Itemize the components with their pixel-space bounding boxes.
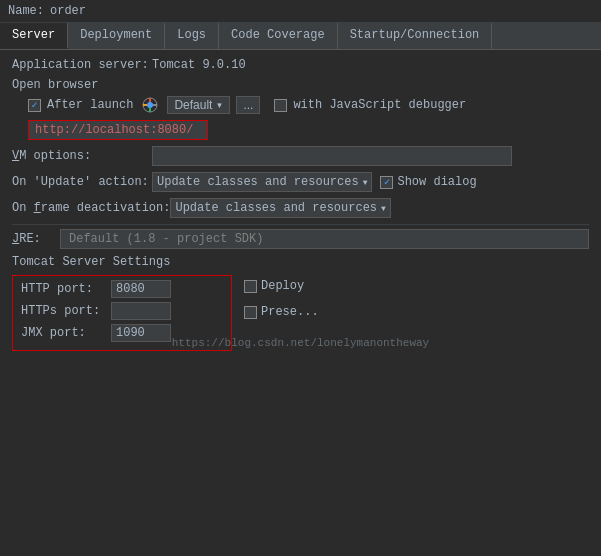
vm-options-label: VM options: bbox=[12, 149, 152, 163]
name-row: Name: order bbox=[0, 0, 601, 23]
dots-button[interactable]: ... bbox=[236, 96, 260, 114]
tomcat-settings-box: HTTP port: HTTPs port: JMX port: bbox=[12, 275, 232, 351]
application-server-label: Application server: bbox=[12, 58, 152, 72]
http-port-input[interactable] bbox=[111, 280, 171, 298]
jre-row: JRE: Default (1.8 - project SDK) bbox=[12, 229, 589, 249]
js-debugger-label: with JavaScript debugger bbox=[293, 98, 466, 112]
jre-value: Default (1.8 - project SDK) bbox=[60, 229, 589, 249]
tabs-row: Server Deployment Logs Code Coverage Sta… bbox=[0, 23, 601, 50]
right-checkboxes: Deploy Prese... bbox=[244, 279, 319, 351]
show-dialog-checkbox[interactable] bbox=[380, 176, 393, 189]
url-row bbox=[12, 120, 589, 140]
tab-server[interactable]: Server bbox=[0, 23, 68, 49]
on-frame-arrow-icon: ▼ bbox=[381, 204, 386, 213]
on-update-arrow-icon: ▼ bbox=[363, 178, 368, 187]
jmx-port-label: JMX port: bbox=[21, 326, 111, 340]
name-value: order bbox=[50, 4, 86, 18]
vm-options-row: VM options: bbox=[12, 146, 589, 166]
jre-label: JRE: bbox=[12, 232, 52, 246]
deploy-checkbox[interactable] bbox=[244, 280, 257, 293]
on-update-label: On 'Update' action: bbox=[12, 175, 152, 189]
tab-deployment[interactable]: Deployment bbox=[68, 23, 165, 49]
after-launch-row: After launch Default ▼ ... with JavaScri… bbox=[12, 96, 589, 114]
name-label: Name: bbox=[8, 4, 44, 18]
on-frame-label: On frame deactivation: bbox=[12, 201, 170, 215]
tomcat-settings-title: Tomcat Server Settings bbox=[12, 255, 589, 269]
jmx-port-input[interactable] bbox=[111, 324, 171, 342]
on-update-dropdown[interactable]: Update classes and resources ▼ bbox=[152, 172, 372, 192]
tab-startup-connection[interactable]: Startup/Connection bbox=[338, 23, 493, 49]
on-frame-dropdown[interactable]: Update classes and resources ▼ bbox=[170, 198, 390, 218]
after-launch-checkbox[interactable] bbox=[28, 99, 41, 112]
preserve-checkbox[interactable] bbox=[244, 306, 257, 319]
browser-dropdown[interactable]: Default ▼ bbox=[167, 96, 230, 114]
dropdown-arrow-icon: ▼ bbox=[215, 101, 223, 110]
on-frame-row: On frame deactivation: Update classes an… bbox=[12, 198, 589, 218]
https-port-input[interactable] bbox=[111, 302, 171, 320]
preserve-checkbox-row: Prese... bbox=[244, 305, 319, 319]
open-browser-section-label: Open browser bbox=[12, 78, 589, 92]
application-server-row: Application server: Tomcat 9.0.10 bbox=[12, 58, 589, 72]
vm-options-input[interactable] bbox=[152, 146, 512, 166]
deploy-checkbox-row: Deploy bbox=[244, 279, 319, 293]
deploy-label: Deploy bbox=[261, 279, 304, 293]
after-launch-label: After launch bbox=[47, 98, 133, 112]
http-port-label: HTTP port: bbox=[21, 282, 111, 296]
preserve-label: Prese... bbox=[261, 305, 319, 319]
jmx-port-row: JMX port: bbox=[21, 324, 223, 342]
chrome-icon bbox=[142, 97, 158, 113]
tab-logs[interactable]: Logs bbox=[165, 23, 219, 49]
application-server-value: Tomcat 9.0.10 bbox=[152, 58, 246, 72]
svg-point-1 bbox=[147, 102, 153, 108]
show-dialog-label: Show dialog bbox=[397, 175, 476, 189]
url-input[interactable] bbox=[28, 120, 208, 140]
js-debugger-checkbox[interactable] bbox=[274, 99, 287, 112]
tab-code-coverage[interactable]: Code Coverage bbox=[219, 23, 338, 49]
https-port-row: HTTPs port: bbox=[21, 302, 223, 320]
https-port-label: HTTPs port: bbox=[21, 304, 111, 318]
http-port-row: HTTP port: bbox=[21, 280, 223, 298]
on-update-row: On 'Update' action: Update classes and r… bbox=[12, 172, 589, 192]
